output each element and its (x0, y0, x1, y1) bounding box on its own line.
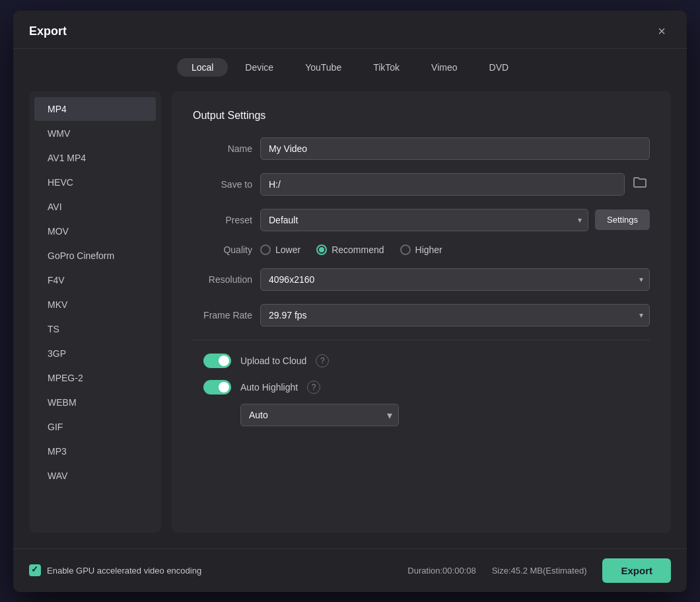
quality-lower-radio[interactable] (260, 245, 271, 255)
footer-info: Duration:00:00:08 Size:45.2 MB(Estimated… (407, 558, 671, 583)
dialog-title: Export (29, 24, 67, 38)
content-area: MP4 WMV AV1 MP4 HEVC AVI MOV GoPro Cinef… (13, 83, 687, 548)
export-button[interactable]: Export (602, 558, 671, 583)
close-button[interactable]: × (652, 21, 671, 42)
quality-recommend-option[interactable]: Recommend (316, 245, 384, 255)
upload-cloud-label: Upload to Cloud (240, 356, 306, 366)
save-to-input[interactable] (260, 173, 625, 196)
auto-highlight-mode-select[interactable]: Auto Manual (240, 404, 399, 426)
preset-field-group: Default High Quality Fast Encode Setting… (260, 209, 650, 231)
sidebar-item-mov[interactable]: MOV (34, 219, 156, 243)
name-row: Name (193, 137, 650, 160)
preset-select[interactable]: Default High Quality Fast Encode (260, 209, 588, 231)
sidebar-item-3gp[interactable]: 3GP (34, 342, 156, 365)
tabs-bar: Local Device YouTube TikTok Vimeo DVD (13, 49, 687, 83)
frame-rate-select-wrap: 29.97 fps 60 fps 30 fps 24 fps (260, 304, 650, 326)
preset-row: Preset Default High Quality Fast Encode … (193, 209, 650, 231)
name-label: Name (193, 143, 252, 154)
sidebar-item-mp3[interactable]: MP3 (34, 439, 156, 463)
quality-label: Quality (193, 245, 252, 255)
auto-highlight-mode-wrap: Auto Manual (240, 404, 399, 426)
sidebar-item-hevc[interactable]: HEVC (34, 170, 156, 194)
quality-higher-option[interactable]: Higher (400, 245, 442, 255)
main-panel: Output Settings Name Save to (172, 91, 671, 533)
quality-lower-option[interactable]: Lower (260, 245, 300, 255)
sidebar-item-mp4[interactable]: MP4 (34, 97, 156, 121)
dialog-header: Export × (13, 11, 687, 49)
tab-dvd[interactable]: DVD (475, 58, 524, 77)
divider (193, 340, 650, 340)
export-dialog: Export × Local Device YouTube TikTok Vim… (13, 11, 687, 592)
gpu-checkbox-label[interactable]: Enable GPU accelerated video encoding (29, 564, 201, 576)
save-to-label: Save to (193, 179, 252, 190)
section-title: Output Settings (193, 110, 650, 122)
resolution-select-wrap: 4096x2160 3840x2160 1920x1080 1280x720 (260, 268, 650, 291)
auto-highlight-toggle[interactable] (203, 380, 231, 395)
sidebar-item-ts[interactable]: TS (34, 317, 156, 341)
sidebar-item-gif[interactable]: GIF (34, 415, 156, 439)
auto-highlight-row: Auto Highlight ? (193, 380, 650, 395)
frame-rate-label: Frame Rate (193, 310, 252, 320)
save-to-field-group (260, 173, 650, 196)
resolution-row: Resolution 4096x2160 3840x2160 1920x1080… (193, 268, 650, 291)
resolution-select[interactable]: 4096x2160 3840x2160 1920x1080 1280x720 (260, 268, 650, 291)
upload-cloud-help-icon[interactable]: ? (316, 354, 329, 367)
size-stat: Size:45.2 MB(Estimated) (492, 566, 587, 576)
sidebar-item-webm[interactable]: WEBM (34, 391, 156, 414)
upload-cloud-row: Upload to Cloud ? (193, 354, 650, 368)
tab-tiktok[interactable]: TikTok (359, 58, 414, 77)
gpu-checkbox[interactable] (29, 564, 41, 576)
preset-select-wrap: Default High Quality Fast Encode (260, 209, 588, 231)
dialog-footer: Enable GPU accelerated video encoding Du… (13, 548, 687, 592)
auto-highlight-slider (203, 380, 231, 395)
gpu-label-text: Enable GPU accelerated video encoding (47, 566, 201, 576)
folder-button[interactable] (630, 174, 650, 194)
quality-recommend-radio[interactable] (316, 245, 327, 255)
quality-higher-label: Higher (415, 245, 442, 255)
sidebar-item-mpeg2[interactable]: MPEG-2 (34, 366, 156, 390)
sidebar-item-gopro[interactable]: GoPro Cineform (34, 244, 156, 268)
sidebar-item-avi[interactable]: AVI (34, 195, 156, 219)
auto-highlight-label: Auto Highlight (240, 382, 298, 393)
upload-cloud-toggle[interactable] (203, 354, 231, 368)
sidebar-item-av1mp4[interactable]: AV1 MP4 (34, 146, 156, 170)
quality-higher-radio[interactable] (400, 245, 411, 255)
save-to-row: Save to (193, 173, 650, 196)
tab-vimeo[interactable]: Vimeo (417, 58, 472, 77)
upload-cloud-slider (203, 354, 231, 368)
settings-button[interactable]: Settings (595, 209, 650, 230)
sidebar-item-f4v[interactable]: F4V (34, 268, 156, 292)
tab-device[interactable]: Device (230, 58, 288, 77)
quality-row: Quality Lower Recommend Higher (193, 245, 650, 255)
sidebar-item-wmv[interactable]: WMV (34, 122, 156, 145)
resolution-label: Resolution (193, 274, 252, 285)
quality-options-group: Lower Recommend Higher (260, 245, 442, 255)
sidebar-item-mkv[interactable]: MKV (34, 293, 156, 317)
sidebar-item-wav[interactable]: WAV (34, 464, 156, 488)
quality-recommend-label: Recommend (332, 245, 384, 255)
quality-lower-label: Lower (275, 245, 300, 255)
frame-rate-select[interactable]: 29.97 fps 60 fps 30 fps 24 fps (260, 304, 650, 326)
tab-youtube[interactable]: YouTube (291, 58, 356, 77)
preset-label: Preset (193, 215, 252, 225)
auto-highlight-help-icon[interactable]: ? (307, 381, 320, 394)
format-sidebar: MP4 WMV AV1 MP4 HEVC AVI MOV GoPro Cinef… (29, 91, 161, 533)
name-input[interactable] (260, 137, 650, 160)
frame-rate-row: Frame Rate 29.97 fps 60 fps 30 fps 24 fp… (193, 304, 650, 326)
tab-local[interactable]: Local (177, 58, 228, 77)
duration-stat: Duration:00:00:08 (407, 566, 475, 576)
